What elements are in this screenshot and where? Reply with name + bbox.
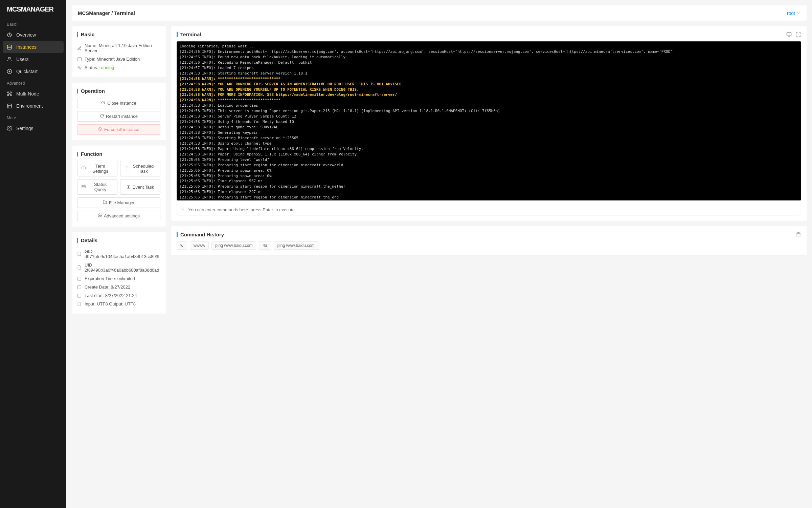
sidebar-item-overview[interactable]: Overview xyxy=(0,29,66,41)
sidebar-item-label: Instances xyxy=(16,44,37,50)
command-input-wrapper xyxy=(177,204,801,215)
function-card: Function Term Settings Scheduled Task xyxy=(72,146,166,227)
terminal-line: [21:24:58 INFO]: Server Ping Player Samp… xyxy=(180,114,798,119)
user-dropdown[interactable]: root xyxy=(787,10,800,16)
terminal-line: [21:24:58 WARN]: YOU ARE RUNNING THIS SE… xyxy=(180,82,798,87)
sidebar-item-instances[interactable]: Instances xyxy=(3,41,64,53)
term-settings-button[interactable]: Term Settings xyxy=(77,161,117,176)
svg-rect-33 xyxy=(787,33,791,36)
monitor-icon[interactable] xyxy=(786,32,792,37)
user-icon xyxy=(7,57,12,62)
breadcrumb: MCSManager / Terminal xyxy=(78,10,135,16)
detail-gid: GID d971bfe9c1044ac5a1ab484b13cc893f xyxy=(77,247,160,261)
edit-icon xyxy=(77,46,82,50)
file-icon xyxy=(77,265,82,270)
terminal-line: [21:24:56 INFO]: Found new data pack fil… xyxy=(180,55,798,60)
basic-card: Basic Name: Minecraft 1.19 Java Edition … xyxy=(72,26,166,77)
plus-circle-icon xyxy=(7,69,12,74)
history-tag[interactable]: ping www.baidu.com xyxy=(211,241,256,250)
terminal-line: [21:25:06 INFO]: Time elapsed: 567 ms xyxy=(180,178,798,184)
terminal-line: [21:24:58 INFO]: Using epoll channel typ… xyxy=(180,141,798,146)
file-manager-button[interactable]: File Manager xyxy=(77,197,160,208)
fullscreen-icon[interactable] xyxy=(796,32,801,37)
chevron-down-icon xyxy=(796,10,800,16)
main: MCSManager / Terminal root Basic Name: M… xyxy=(66,0,812,508)
basic-status-row: Status: running xyxy=(77,63,160,72)
sidebar-item-label: Multi-Node xyxy=(16,91,39,97)
sidebar-item-label: Users xyxy=(16,57,29,62)
terminal-line: [21:24:58 INFO]: Default game type: SURV… xyxy=(180,125,798,130)
calendar-icon xyxy=(77,285,82,290)
terminal-line: [21:25:05 INFO]: Preparing start region … xyxy=(180,163,798,168)
history-title: Command History xyxy=(177,232,224,237)
terminal-output[interactable]: Loading libraries, please wait...[21:24:… xyxy=(177,41,801,200)
file-icon xyxy=(77,302,82,306)
status-query-button[interactable]: Status Query xyxy=(77,179,117,195)
calendar-icon xyxy=(125,166,129,171)
sidebar-item-environment[interactable]: Environment xyxy=(0,100,66,112)
database-icon xyxy=(7,44,12,50)
card-icon xyxy=(82,185,86,190)
event-icon xyxy=(127,185,131,190)
terminal-line: [21:24:58 WARN]: ***********************… xyxy=(180,98,798,103)
svg-rect-21 xyxy=(82,167,85,169)
terminal-line: [21:25:06 INFO]: Time elapsed: 161 ms xyxy=(180,200,798,200)
close-instance-button[interactable]: Close instance xyxy=(77,98,160,108)
terminal-title: Terminal xyxy=(177,31,201,37)
terminal-line: [21:25:06 INFO]: Preparing spawn area: 0… xyxy=(180,168,798,173)
terminal-line: [21:25:06 INFO]: Preparing start region … xyxy=(180,184,798,189)
terminal-line: [21:24:56 INFO]: Environment: authHost='… xyxy=(180,49,798,55)
svg-point-29 xyxy=(99,215,100,216)
power-icon xyxy=(101,101,105,106)
svg-rect-12 xyxy=(7,104,12,108)
pie-icon xyxy=(7,32,12,38)
force-kill-button[interactable]: Force kill instance xyxy=(77,124,160,135)
svg-rect-27 xyxy=(127,185,130,188)
sidebar-item-quickstart[interactable]: Quickstart xyxy=(0,65,66,78)
terminal-line: [21:24:58 INFO]: Generating keypair xyxy=(180,130,798,135)
file-icon xyxy=(77,252,82,256)
history-tag[interactable]: w xyxy=(177,241,187,250)
event-task-button[interactable]: Event Task xyxy=(120,179,160,195)
terminal-line: [21:24:58 WARN]: FOR MORE INFORMATION, S… xyxy=(180,92,798,98)
terminal-line: [21:25:05 INFO]: Preparing level "world" xyxy=(180,157,798,163)
svg-rect-25 xyxy=(82,185,85,188)
advanced-settings-button[interactable]: Advanced settings xyxy=(77,211,160,221)
tag-icon xyxy=(77,57,82,62)
topbar: MCSManager / Terminal root xyxy=(72,5,807,21)
scheduled-task-button[interactable]: Scheduled Task xyxy=(120,161,160,176)
history-card: Command History wwwwwping www.baidu.com4… xyxy=(171,226,807,255)
sidebar-item-users[interactable]: Users xyxy=(0,53,66,65)
sidebar-item-multinode[interactable]: Multi-Node xyxy=(0,88,66,100)
restart-instance-button[interactable]: Restart instance xyxy=(77,111,160,122)
terminal-line: [21:24:58 INFO]: Paper: Using OpenSSL 1.… xyxy=(180,152,798,157)
nav-section-label: Advanced xyxy=(0,78,66,88)
activity-icon xyxy=(77,65,82,70)
function-title: Function xyxy=(77,151,160,157)
detail-create: Create Date: 8/27/2022 xyxy=(77,283,160,291)
nav-section-label: More xyxy=(0,112,66,122)
svg-point-28 xyxy=(128,186,129,187)
command-input[interactable] xyxy=(188,207,797,212)
terminal-line: [21:25:06 INFO]: Preparing spawn area: 0… xyxy=(180,173,798,179)
detail-io: Input: UTF8 Output: UTF8 xyxy=(77,300,160,308)
terminal-line: [21:24:58 INFO]: Starting minecraft serv… xyxy=(180,71,798,76)
svg-rect-23 xyxy=(125,167,128,170)
sidebar-item-label: Settings xyxy=(16,126,33,131)
terminal-line: [21:24:56 INFO]: Reloading ResourceManag… xyxy=(180,60,798,65)
history-tag[interactable]: wwww xyxy=(190,241,209,250)
gear-icon xyxy=(7,126,12,131)
trash-icon[interactable] xyxy=(796,232,801,237)
sidebar-item-settings[interactable]: Settings xyxy=(0,122,66,134)
nav-section-label: Basic xyxy=(0,19,66,29)
history-tag[interactable]: ping www.baidu.com' xyxy=(274,241,319,250)
basic-type-row: Type: Minecraft Java Edition xyxy=(77,55,160,63)
user-name: root xyxy=(787,10,795,16)
details-title: Details xyxy=(77,237,160,243)
detail-uid: UID 2f89490b3a0f46a0abb680af8a08d6ad xyxy=(77,261,160,274)
terminal-line: [21:24:58 INFO]: Loading properties xyxy=(180,103,798,108)
terminal-line: [21:25:06 INFO]: Preparing start region … xyxy=(180,195,798,200)
history-tag[interactable]: 4a xyxy=(259,241,271,250)
terminal-line: [21:25:06 INFO]: Time elapsed: 297 ms xyxy=(180,189,798,195)
sidebar: MCSMANAGER BasicOverviewInstancesUsersQu… xyxy=(0,0,66,508)
